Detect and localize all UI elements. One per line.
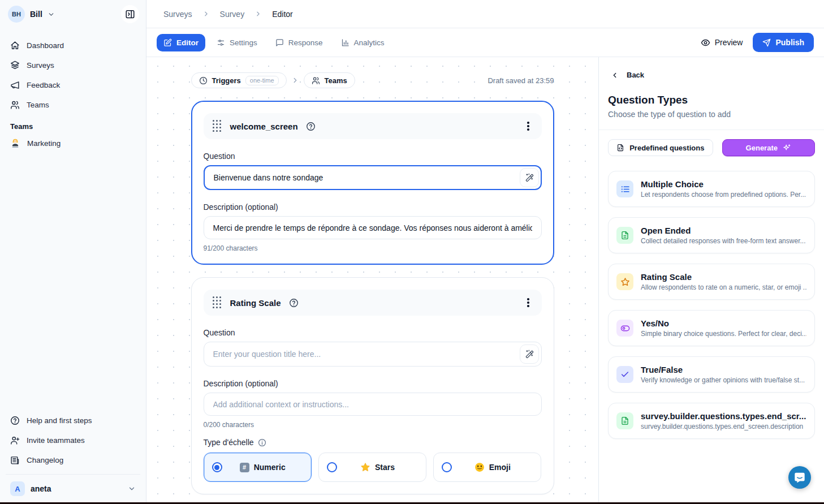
question-types-panel: Back Question Types Choose the type of q… [598,57,824,504]
sliders-icon [217,38,225,47]
card-menu-button[interactable] [524,295,533,311]
question-field-label: Question [204,328,542,337]
sidebar-item-label: Surveys [27,61,54,70]
question-title-input[interactable] [204,342,542,367]
drag-handle-icon[interactable] [213,296,222,309]
user-avatar: A [10,481,25,496]
editor-toolbar: Editor Settings Response Analytics Previ… [146,28,824,57]
question-title-input[interactable] [204,165,542,190]
scale-type-label: Type d'échelle [204,438,254,447]
draft-status: Draft saved at 23:59 [488,76,554,85]
scale-option-stars[interactable]: Stars [318,453,426,482]
sidebar-item-changelog[interactable]: Changelog [6,451,140,469]
question-type-rating-scale[interactable]: Rating Scale Allow respondents to rate o… [608,264,815,300]
chat-bubble-icon [793,471,806,484]
card-menu-button[interactable] [524,118,533,134]
file-text-icon [620,231,629,240]
generate-button[interactable]: Generate [722,139,815,156]
scale-option-numeric[interactable]: # Numeric [204,453,312,482]
ai-rewrite-button[interactable] [520,344,539,364]
question-type-title: survey.builder.questions.types.end_scr..… [641,411,806,421]
sidebar-item-help[interactable]: Help and first steps [6,411,140,430]
ai-rewrite-button[interactable] [520,168,539,187]
question-type-title: Open Ended [641,226,805,235]
question-type-description: Allow respondents to rate on a numeric, … [641,283,806,291]
chat-widget-button[interactable] [788,466,811,489]
breadcrumb-survey[interactable]: Survey [220,10,245,19]
drag-handle-icon[interactable] [213,120,222,133]
tab-analytics[interactable]: Analytics [334,34,391,51]
chevron-down-icon [128,485,136,493]
scale-option-emoji[interactable]: Emoji [433,453,541,482]
question-type-title: Yes/No [641,318,806,328]
chevron-right-icon [202,10,210,18]
question-type-end-screen[interactable]: survey.builder.questions.types.end_scr..… [608,403,815,439]
help-circle-icon[interactable] [289,298,299,308]
sidebar-item-teams[interactable]: Teams [6,96,140,114]
question-type-description: Let respondents choose from predefined o… [641,191,806,199]
main-column: Surveys Survey Editor Editor Settings Re… [146,0,824,504]
sidebar-item-label: Feedback [27,81,60,89]
radio-icon [327,462,337,472]
sidebar-item-label: Invite teammates [27,436,85,445]
question-field-label: Question [204,152,542,161]
help-circle-icon [10,416,20,425]
sidebar-item-feedback[interactable]: Feedback [6,76,140,94]
question-type-open-ended[interactable]: Open Ended Collect detailed responses wi… [608,217,815,253]
star-icon [620,277,630,287]
magic-wand-icon [525,173,534,182]
breadcrumb-editor: Editor [272,10,293,19]
teams-chip[interactable]: Teams [304,72,355,88]
tab-response[interactable]: Response [269,34,330,51]
question-card-title: welcome_screen [230,122,298,131]
question-description-input[interactable] [204,393,542,416]
panel-right-icon [125,9,135,19]
question-description-input[interactable] [204,216,542,239]
predefined-questions-button[interactable]: Predefined questions [608,139,713,156]
user-plus-icon [10,436,20,445]
publish-button[interactable]: Publish [753,33,814,52]
tab-label: Analytics [354,38,385,47]
tab-settings[interactable]: Settings [210,34,264,51]
sidebar-item-label: Dashboard [27,41,64,50]
canvas-header-row: Triggers one-time Teams Draft saved at 2… [191,72,554,88]
question-type-description: survey.builder.questions.types.end_scree… [641,423,806,430]
tab-editor[interactable]: Editor [157,34,205,51]
chevron-down-icon [48,11,55,18]
back-button[interactable]: Back [608,71,815,79]
user-menu[interactable]: A aneta [6,474,140,504]
question-card-welcome-screen[interactable]: welcome_screen Question [191,101,554,265]
clock-icon [199,76,208,85]
user-name: aneta [31,484,51,493]
publish-label: Publish [775,38,804,47]
question-card-rating-scale[interactable]: Rating Scale Question [191,277,554,494]
question-type-true-false[interactable]: True/False Verify knowledge or gather op… [608,356,815,393]
scale-option-label: Stars [375,463,395,472]
question-type-multiple-choice[interactable]: Multiple Choice Let respondents choose f… [608,171,815,207]
question-type-yes-no[interactable]: Yes/No Simple binary choice questions. P… [608,310,815,346]
description-field-label: Description (optional) [204,203,542,212]
question-card-header: welcome_screen [204,113,542,139]
sidebar-item-invite[interactable]: Invite teammates [6,431,140,450]
scale-type-label-row: Type d'échelle [204,438,542,447]
sidebar-item-dashboard[interactable]: Dashboard [6,36,140,55]
sidebar-item-surveys[interactable]: Surveys [6,56,140,75]
breadcrumb-surveys[interactable]: Surveys [163,10,192,19]
workspace-switcher[interactable]: BH Bill [0,0,146,28]
preview-button[interactable]: Preview [701,38,743,48]
users-icon [312,76,320,85]
sidebar-collapse-button[interactable] [121,5,139,23]
question-type-description: Verify knowledge or gather opinions with… [641,376,805,384]
info-icon[interactable] [258,438,266,447]
sidebar: BH Bill Dashboard Surveys Feedback T [0,0,146,504]
char-counter: 0/200 characters [204,421,542,429]
triggers-chip[interactable]: Triggers one-time [191,72,287,88]
megaphone-icon [10,80,20,90]
sidebar-team-marketing[interactable]: Marketing [6,134,140,152]
question-type-description: Simple binary choice questions. Perfect … [641,330,806,338]
divider [599,130,824,130]
chevron-right-icon [291,76,299,84]
help-circle-icon[interactable] [306,122,316,131]
question-card-title: Rating Scale [230,298,281,308]
file-code-icon [616,144,624,152]
